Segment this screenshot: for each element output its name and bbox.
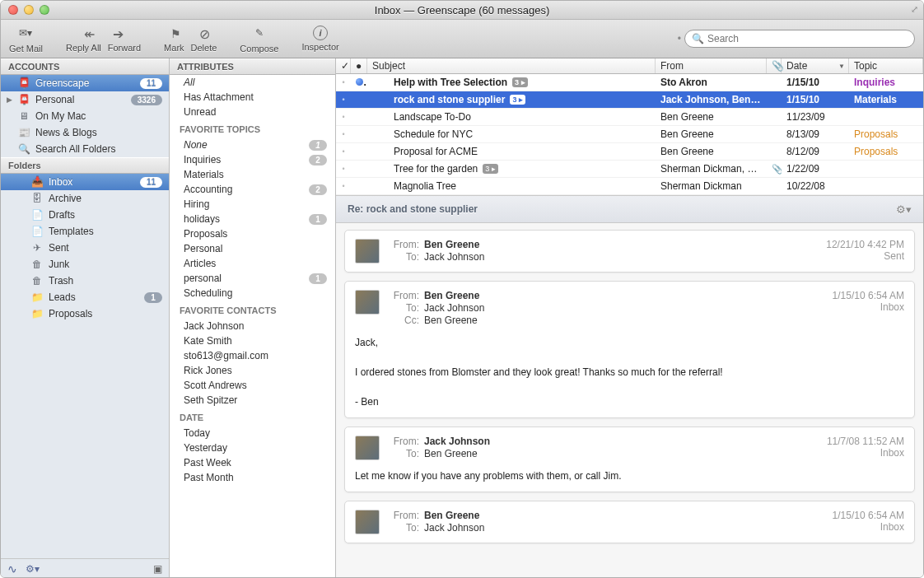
folder-icon: ✈︎ <box>30 241 44 254</box>
window-title: Inbox — Greenscape (60 messages) <box>1 4 923 16</box>
attachment-column[interactable]: 📎 <box>767 58 782 73</box>
blue-column[interactable]: ● <box>351 58 367 73</box>
folder-proposals[interactable]: 📁Proposals <box>1 305 169 322</box>
card-timestamp: 1/15/10 6:54 AM <box>833 510 904 521</box>
get-mail-button[interactable]: ✉︎▾ Get Mail <box>9 24 43 54</box>
gear-icon[interactable]: ⚙▾ <box>26 563 40 575</box>
date-filter-item[interactable]: Yesterday <box>170 440 335 455</box>
date-filter-item[interactable]: Past Week <box>170 455 335 470</box>
subject-column[interactable]: Subject <box>367 58 656 73</box>
count-badge: 2 <box>309 155 327 165</box>
favorite-contact-item[interactable]: Rick Jones <box>170 363 335 378</box>
message-subject: Help with Tree Selection3 ▸ <box>367 77 656 88</box>
message-subject: Magnolia Tree <box>367 180 656 192</box>
message-row[interactable]: •Proposal for ACMEBen Greene8/12/09Propo… <box>336 143 923 161</box>
thread-count-badge: 3 ▸ <box>483 164 498 174</box>
favorite-contact-item[interactable]: Scott Andrews <box>170 378 335 393</box>
message-row[interactable]: •Magnolia TreeSherman Dickman10/22/08 <box>336 178 923 195</box>
message-row[interactable]: •Help with Tree Selection3 ▸Sto Akron1/1… <box>336 74 923 91</box>
collapse-icon[interactable]: ▣ <box>153 563 162 575</box>
count-badge: 1 <box>144 292 162 303</box>
inspector-button[interactable]: i Inspector <box>301 26 338 52</box>
fullscreen-icon[interactable]: ⤢ <box>911 4 918 15</box>
search-input[interactable] <box>707 33 908 44</box>
thread-gear-icon[interactable]: ⚙▾ <box>896 203 912 216</box>
mark-button[interactable]: ⚑ <box>170 27 181 40</box>
folder-junk[interactable]: 🗑Junk <box>1 256 169 273</box>
account-on-my-mac[interactable]: 🖥On My Mac <box>1 108 169 124</box>
account-greenscape[interactable]: 📮Greenscape11 <box>1 75 169 91</box>
message-card[interactable]: From:Ben GreeneTo:Jack JohnsonCc:Ben Gre… <box>344 281 915 418</box>
card-timestamp: 1/15/10 6:54 AM <box>833 290 904 301</box>
favorite-contact-item[interactable]: sto613@gmail.com <box>170 348 335 363</box>
account-personal[interactable]: ▶📮Personal3326 <box>1 91 169 108</box>
date-filter-item[interactable]: Past Month <box>170 470 335 485</box>
activity-icon[interactable]: ∿ <box>7 562 17 576</box>
avatar <box>355 510 380 534</box>
favorite-topic-item[interactable]: Scheduling <box>170 286 335 301</box>
message-date: 11/23/09 <box>782 111 849 123</box>
favorite-topic-item[interactable]: Accounting2 <box>170 182 335 197</box>
message-from: Ben Greene <box>656 128 767 140</box>
message-card[interactable]: From:Jack JohnsonTo:Ben Greene11/7/08 11… <box>344 427 915 492</box>
account-news-&-blogs[interactable]: 📰News & Blogs <box>1 124 169 141</box>
smart-column: ATTRIBUTES AllHas AttachmentUnread FAVOR… <box>170 58 336 578</box>
sort-desc-icon: ▼ <box>838 63 845 70</box>
forward-button[interactable]: ➔ <box>113 26 124 42</box>
folder-leads[interactable]: 📁Leads1 <box>1 289 169 305</box>
message-topic: Inquiries <box>849 77 923 88</box>
favorite-topic-item[interactable]: Materials <box>170 167 335 182</box>
date-column[interactable]: Date▼ <box>782 58 849 73</box>
favorite-topic-item[interactable]: None1 <box>170 138 335 152</box>
folder-icon: 📁 <box>30 307 44 320</box>
favorite-topic-item[interactable]: Articles <box>170 256 335 271</box>
attribute-item[interactable]: Unread <box>170 105 335 119</box>
favorite-topic-item[interactable]: Personal <box>170 241 335 256</box>
card-cc: Ben Greene <box>424 315 478 327</box>
card-folder: Inbox <box>833 301 904 313</box>
folder-templates[interactable]: 📄Templates <box>1 223 169 240</box>
folder-archive[interactable]: 🗄Archive <box>1 190 169 207</box>
favorite-topic-item[interactable]: Hiring <box>170 197 335 212</box>
card-folder: Inbox <box>827 447 904 459</box>
account-icon: 🔍 <box>17 142 30 156</box>
message-date: 8/12/09 <box>782 146 849 157</box>
attribute-item[interactable]: All <box>170 75 335 90</box>
card-from: Ben Greene <box>424 239 479 251</box>
compose-button[interactable]: ✎ Compose <box>240 24 278 54</box>
message-date: 10/22/08 <box>782 180 849 192</box>
from-column[interactable]: From <box>656 58 767 73</box>
message-row[interactable]: •Landscape To-DoBen Greene11/23/09 <box>336 109 923 126</box>
folder-drafts[interactable]: 📄Drafts <box>1 207 169 223</box>
favorite-contact-item[interactable]: Seth Spitzer <box>170 393 335 408</box>
date-filter-item[interactable]: Today <box>170 426 335 440</box>
message-date: 1/22/09 <box>782 163 849 175</box>
card-to: Jack Johnson <box>424 302 484 315</box>
folder-trash[interactable]: 🗑Trash <box>1 273 169 289</box>
message-row[interactable]: •Schedule for NYCBen Greene8/13/09Propos… <box>336 126 923 143</box>
message-topic: Proposals <box>849 146 923 157</box>
delete-button[interactable]: ⊘ <box>199 26 210 42</box>
favorite-topic-item[interactable]: Inquiries2 <box>170 152 335 167</box>
message-row[interactable]: •rock and stone supplier3 ▸Jack Johnson,… <box>336 91 923 109</box>
message-card[interactable]: From:Ben GreeneTo:Jack Johnson12/21/10 4… <box>344 230 915 273</box>
favorite-topic-item[interactable]: holidays1 <box>170 212 335 226</box>
message-from: Sto Akron <box>656 77 767 88</box>
favorite-topic-item[interactable]: Proposals <box>170 226 335 241</box>
message-row[interactable]: •Tree for the garden3 ▸Sherman Dickman, … <box>336 161 923 178</box>
search-field[interactable]: 🔍 <box>684 30 915 48</box>
message-card[interactable]: From:Ben GreeneTo:Jack Johnson1/15/10 6:… <box>344 501 915 543</box>
favorite-topic-item[interactable]: personal1 <box>170 271 335 286</box>
thread-list[interactable]: From:Ben GreeneTo:Jack Johnson12/21/10 4… <box>336 223 923 578</box>
card-to: Jack Johnson <box>424 251 484 263</box>
folder-sent[interactable]: ✈︎Sent <box>1 240 169 256</box>
account-search-all-folders[interactable]: 🔍Search All Folders <box>1 141 169 157</box>
attribute-item[interactable]: Has Attachment <box>170 90 335 105</box>
status-column[interactable]: ✓ <box>336 58 351 73</box>
favorite-contact-item[interactable]: Kate Smith <box>170 333 335 348</box>
topic-column[interactable]: Topic <box>849 58 923 73</box>
folder-inbox[interactable]: 📥Inbox11 <box>1 174 169 190</box>
favorite-contact-item[interactable]: Jack Johnson <box>170 319 335 333</box>
card-folder: Sent <box>826 250 904 262</box>
reply-all-button[interactable]: ↞ <box>84 26 95 42</box>
